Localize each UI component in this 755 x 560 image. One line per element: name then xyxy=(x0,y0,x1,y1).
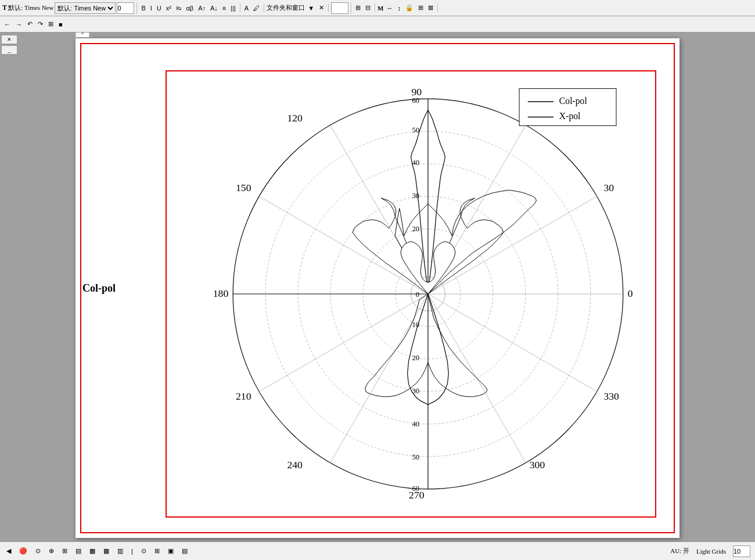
angle-240: 240 xyxy=(287,459,303,471)
back-button[interactable]: ← xyxy=(2,20,12,28)
font-icon: T xyxy=(2,3,7,12)
angle-210: 210 xyxy=(236,390,251,402)
polar-chart-svg: 0 30 60 90 120 150 180 210 240 270 300 3… xyxy=(167,71,655,516)
statusbar-btn-8[interactable]: ▦ xyxy=(102,547,111,555)
highlight-button[interactable]: 🖊 xyxy=(251,4,261,12)
radial-60-up: 60 xyxy=(412,96,419,105)
statusbar-btn-13[interactable]: ▣ xyxy=(166,547,175,555)
format-section: B I U x² x₂ αβ A↑ A↓ ≡ ||| xyxy=(139,3,240,12)
radial-50-down: 50 xyxy=(412,453,419,461)
file-window-label: 文件夹和窗口 xyxy=(267,3,305,12)
status-right-section: AU: 开 Light Grids xyxy=(670,545,750,557)
svg-line-18 xyxy=(428,294,597,392)
align-button[interactable]: ≡ xyxy=(221,4,228,12)
angle-120: 120 xyxy=(287,112,303,124)
angle-180: 180 xyxy=(213,288,229,299)
font-section: T 默认: Times New 默认: Times New xyxy=(2,2,137,14)
font-family-select[interactable]: 默认: Times New xyxy=(55,2,116,14)
font-color-button[interactable]: A xyxy=(243,4,250,12)
statusbar-btn-2[interactable]: 🔴 xyxy=(17,547,29,555)
superscript-button[interactable]: x² xyxy=(164,4,173,12)
statusbar-btn-5[interactable]: ⊞ xyxy=(60,547,69,555)
extra-btn-4[interactable]: ⊠ xyxy=(426,3,435,12)
radial-20-up: 20 xyxy=(412,225,419,233)
minimize-button[interactable]: _ xyxy=(1,45,17,55)
statusbar-btn-1[interactable]: ◀ xyxy=(5,547,13,555)
file-window-close[interactable]: ✕ xyxy=(317,3,326,12)
statusbar-btn-6[interactable]: ▤ xyxy=(74,547,83,555)
statusbar-btn-12[interactable]: ⊞ xyxy=(153,547,161,555)
view-btn-2[interactable]: ⊟ xyxy=(364,3,372,12)
subscript-button[interactable]: x₂ xyxy=(174,3,184,12)
font-size-input[interactable] xyxy=(117,2,134,14)
extra-btn-1[interactable]: ↔ xyxy=(384,4,394,12)
extra-btn-2[interactable]: ↕ xyxy=(396,4,402,12)
nav-toolbar: ← → ↶ ↷ ⊞ ■ xyxy=(0,16,755,33)
bold-button[interactable]: B xyxy=(139,4,147,12)
legend-col-pol: Col-pol xyxy=(559,96,588,106)
font-size-up-button[interactable]: A↑ xyxy=(196,4,207,12)
color-section: A 🖊 xyxy=(243,4,264,12)
document-page: 1 Col-pol xyxy=(76,38,680,538)
forward-button[interactable]: → xyxy=(14,20,24,28)
angle-150: 150 xyxy=(236,182,251,193)
radial-60-down: 60 xyxy=(412,484,419,493)
statusbar-btn-3[interactable]: ⊙ xyxy=(34,547,42,555)
list-button[interactable]: ||| xyxy=(229,4,238,12)
angle-30: 30 xyxy=(603,182,614,193)
view-section: ⊞ ⊟ xyxy=(354,3,375,12)
close-button[interactable]: ✕ xyxy=(1,35,17,44)
nav-btn-3[interactable]: ↶ xyxy=(26,20,34,28)
M-icon: M xyxy=(378,5,383,12)
y-axis-label: Col-pol xyxy=(82,282,116,295)
nav-input[interactable] xyxy=(331,2,348,14)
font-label: 默认: Times New xyxy=(8,3,53,12)
statusbar-btn-14[interactable]: ▤ xyxy=(180,547,189,555)
window-controls: ✕ _ xyxy=(0,33,21,57)
radial-50-up: 50 xyxy=(412,126,419,134)
statusbar-btn-9[interactable]: ▥ xyxy=(116,547,125,555)
lock-icon[interactable]: 🔒 xyxy=(404,3,415,12)
main-content-area: 1 Col-pol xyxy=(0,33,755,541)
file-window-section: 文件夹和窗口 ▼ ✕ xyxy=(267,3,329,12)
radial-40-up: 40 xyxy=(412,159,419,167)
file-window-dropdown[interactable]: ▼ xyxy=(306,4,316,12)
statusbar-btn-4[interactable]: ⊕ xyxy=(47,547,56,555)
radial-40-down: 40 xyxy=(412,420,419,428)
extra-section: M ↔ ↕ 🔒 ⊞ ⊠ xyxy=(378,3,438,12)
nav-btn-4[interactable]: ↷ xyxy=(36,20,45,28)
chart-area: 0 30 60 90 120 150 180 210 240 270 300 3… xyxy=(166,70,656,518)
svg-line-12 xyxy=(259,196,428,294)
statusbar-btn-10[interactable]: | xyxy=(130,547,135,555)
italic-button[interactable]: I xyxy=(149,4,154,12)
status-bar: ◀ 🔴 ⊙ ⊕ ⊞ ▤ ▩ ▦ ▥ | ⊙ ⊞ ▣ ▤ AU: 开 Light … xyxy=(0,541,755,560)
angle-0: 0 xyxy=(628,288,633,299)
nav-btn-5[interactable]: ⊞ xyxy=(46,20,55,28)
radial-20-down: 20 xyxy=(412,354,419,362)
page-tab[interactable]: 1 xyxy=(76,33,89,37)
legend-x-pol: X-pol xyxy=(559,111,581,121)
view-btn-1[interactable]: ⊞ xyxy=(354,3,362,12)
light-grids-label: Light Grids xyxy=(696,548,726,555)
nav-input-section xyxy=(331,2,351,14)
radial-0: 0 xyxy=(416,290,419,299)
underline-button[interactable]: U xyxy=(155,4,163,12)
main-toolbar: T 默认: Times New 默认: Times New B I U x² x… xyxy=(0,0,755,16)
au-status: AU: 开 xyxy=(670,547,689,555)
special-chars-button[interactable]: αβ xyxy=(184,4,195,12)
statusbar-btn-7[interactable]: ▩ xyxy=(88,547,97,555)
angle-330: 330 xyxy=(603,390,619,402)
font-size-down-button[interactable]: A↓ xyxy=(208,4,220,12)
svg-line-14 xyxy=(259,294,428,392)
nav-btn-6[interactable]: ■ xyxy=(57,20,64,28)
extra-btn-3[interactable]: ⊞ xyxy=(416,3,425,12)
statusbar-btn-11[interactable]: ⊙ xyxy=(139,547,148,555)
angle-300: 300 xyxy=(530,459,545,471)
page-num-input[interactable] xyxy=(733,545,750,557)
svg-line-8 xyxy=(428,196,597,294)
svg-line-15 xyxy=(330,294,428,462)
